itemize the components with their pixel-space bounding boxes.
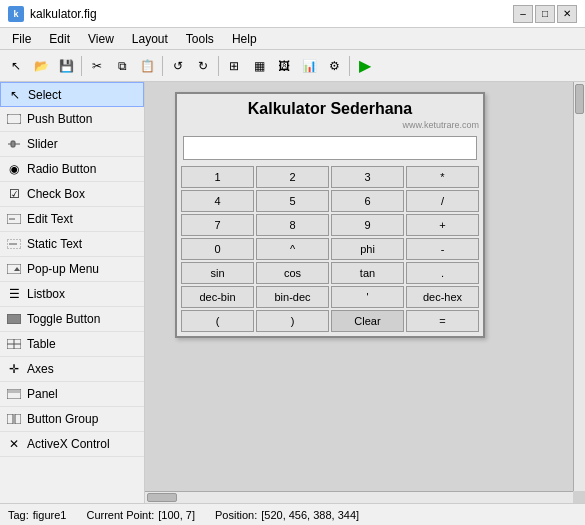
calc-display[interactable]: [183, 136, 477, 160]
btn-7[interactable]: 7: [181, 214, 254, 236]
calculator-widget: Kalkulator Sederhana www.ketutrare.com 1…: [175, 92, 485, 338]
canvas-area[interactable]: Kalkulator Sederhana www.ketutrare.com 1…: [145, 82, 585, 503]
svg-rect-2: [11, 141, 15, 147]
menu-edit[interactable]: Edit: [41, 30, 78, 48]
btn-sin[interactable]: sin: [181, 262, 254, 284]
btn-tan[interactable]: tan: [331, 262, 404, 284]
check-box-icon: ☑: [6, 186, 22, 202]
btn-plus[interactable]: +: [406, 214, 479, 236]
sidebar-item-activex-control[interactable]: ✕ ActiveX Control: [0, 432, 144, 457]
toolbar-sep-3: [218, 56, 219, 76]
horizontal-scrollbar[interactable]: [145, 491, 573, 503]
current-point-label: Current Point:: [86, 509, 154, 521]
btn-equals[interactable]: =: [406, 310, 479, 332]
btn-dec-hex[interactable]: dec-hex: [406, 286, 479, 308]
main-area: ↖ Select Push Button Slider ◉ Radio Butt…: [0, 82, 585, 503]
sidebar-item-select[interactable]: ↖ Select: [0, 82, 144, 107]
scrollbar-thumb-h[interactable]: [147, 493, 177, 502]
btn-4[interactable]: 4: [181, 190, 254, 212]
undo-btn[interactable]: ↺: [166, 54, 190, 78]
calc-title: Kalkulator Sederhana: [177, 94, 483, 120]
btn-clear[interactable]: Clear: [331, 310, 404, 332]
sidebar-item-push-button[interactable]: Push Button: [0, 107, 144, 132]
scrollbar-thumb-v[interactable]: [575, 84, 584, 114]
open-btn[interactable]: 📂: [29, 54, 53, 78]
btn-phi[interactable]: phi: [331, 238, 404, 260]
sidebar-item-listbox[interactable]: ☰ Listbox: [0, 282, 144, 307]
align-btn[interactable]: ⊞: [222, 54, 246, 78]
btn-dot[interactable]: .: [406, 262, 479, 284]
cut-btn[interactable]: ✂: [85, 54, 109, 78]
btn-dec-bin[interactable]: dec-bin: [181, 286, 254, 308]
btn-divide[interactable]: /: [406, 190, 479, 212]
sidebar-item-axes[interactable]: ✛ Axes: [0, 357, 144, 382]
image-btn[interactable]: 🖼: [272, 54, 296, 78]
btn-6[interactable]: 6: [331, 190, 404, 212]
title-bar: k kalkulator.fig – □ ✕: [0, 0, 585, 28]
component-sidebar: ↖ Select Push Button Slider ◉ Radio Butt…: [0, 82, 145, 503]
edit-text-icon: [6, 211, 22, 227]
tag-label: Tag:: [8, 509, 29, 521]
sidebar-item-toggle-button[interactable]: Toggle Button: [0, 307, 144, 332]
btn-multiply[interactable]: *: [406, 166, 479, 188]
btn-cos[interactable]: cos: [256, 262, 329, 284]
btn-9[interactable]: 9: [331, 214, 404, 236]
menu-file[interactable]: File: [4, 30, 39, 48]
btn-2[interactable]: 2: [256, 166, 329, 188]
save-btn[interactable]: 💾: [54, 54, 78, 78]
sidebar-item-slider[interactable]: Slider: [0, 132, 144, 157]
btn-1[interactable]: 1: [181, 166, 254, 188]
sidebar-item-radio-button[interactable]: ◉ Radio Button: [0, 157, 144, 182]
sidebar-item-panel[interactable]: Panel: [0, 382, 144, 407]
chart-btn[interactable]: 📊: [297, 54, 321, 78]
select-icon: ↖: [7, 87, 23, 103]
menu-view[interactable]: View: [80, 30, 122, 48]
toolbar: ↖ 📂 💾 ✂ ⧉ 📋 ↺ ↻ ⊞ ▦ 🖼 📊 ⚙ ▶: [0, 50, 585, 82]
sidebar-item-popup-menu[interactable]: Pop-up Menu: [0, 257, 144, 282]
toolbar-sep-4: [349, 56, 350, 76]
redo-btn[interactable]: ↻: [191, 54, 215, 78]
grid-btn[interactable]: ▦: [247, 54, 271, 78]
listbox-icon: ☰: [6, 286, 22, 302]
static-text-icon: [6, 236, 22, 252]
maximize-button[interactable]: □: [535, 5, 555, 23]
current-point-status: Current Point: [100, 7]: [86, 509, 195, 521]
svg-rect-9: [7, 314, 21, 324]
sidebar-item-button-group[interactable]: Button Group: [0, 407, 144, 432]
toolbar-sep-2: [162, 56, 163, 76]
menu-bar: File Edit View Layout Tools Help: [0, 28, 585, 50]
slider-icon: [6, 136, 22, 152]
btn-close-paren[interactable]: ): [256, 310, 329, 332]
vertical-scrollbar[interactable]: [573, 82, 585, 491]
btn-power[interactable]: ^: [256, 238, 329, 260]
btn-3[interactable]: 3: [331, 166, 404, 188]
run-btn[interactable]: ▶: [353, 54, 377, 78]
minimize-button[interactable]: –: [513, 5, 533, 23]
toolbar-sep-1: [81, 56, 82, 76]
btn-open-paren[interactable]: (: [181, 310, 254, 332]
sidebar-item-edit-text[interactable]: Edit Text: [0, 207, 144, 232]
menu-tools[interactable]: Tools: [178, 30, 222, 48]
sidebar-item-check-box[interactable]: ☑ Check Box: [0, 182, 144, 207]
panel-icon: [6, 386, 22, 402]
sidebar-item-static-text[interactable]: Static Text: [0, 232, 144, 257]
menu-help[interactable]: Help: [224, 30, 265, 48]
btn-minus[interactable]: -: [406, 238, 479, 260]
svg-rect-14: [8, 390, 20, 393]
close-button[interactable]: ✕: [557, 5, 577, 23]
btn-8[interactable]: 8: [256, 214, 329, 236]
svg-marker-8: [14, 267, 20, 271]
copy-btn[interactable]: ⧉: [110, 54, 134, 78]
btn-5[interactable]: 5: [256, 190, 329, 212]
menu-layout[interactable]: Layout: [124, 30, 176, 48]
btn-quote[interactable]: ': [331, 286, 404, 308]
svg-rect-7: [7, 264, 21, 274]
btn-0[interactable]: 0: [181, 238, 254, 260]
scrollbar-corner: [573, 491, 585, 503]
props-btn[interactable]: ⚙: [322, 54, 346, 78]
btn-bin-dec[interactable]: bin-dec: [256, 286, 329, 308]
sidebar-item-table[interactable]: Table: [0, 332, 144, 357]
canvas-inner[interactable]: Kalkulator Sederhana www.ketutrare.com 1…: [145, 82, 573, 491]
cursor-tool-btn[interactable]: ↖: [4, 54, 28, 78]
paste-btn[interactable]: 📋: [135, 54, 159, 78]
